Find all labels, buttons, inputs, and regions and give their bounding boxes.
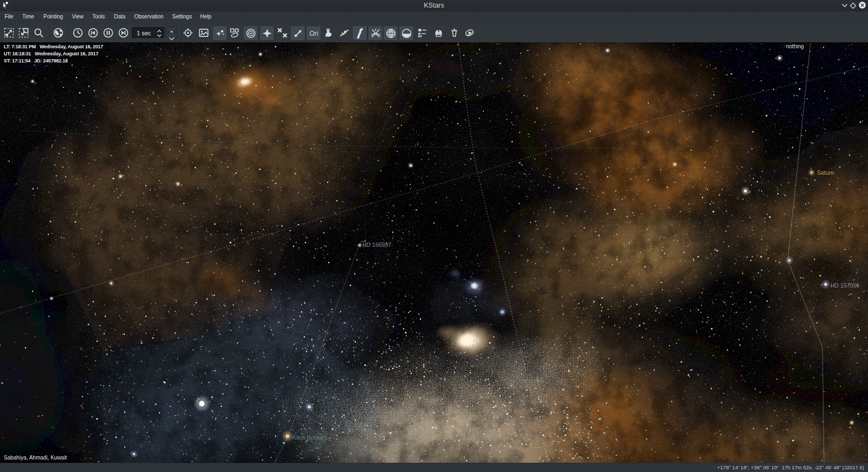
svg-text:HD 157056: HD 157056 bbox=[831, 282, 859, 289]
svg-text:Kaus Borealis: Kaus Borealis bbox=[292, 434, 328, 441]
svg-text:HD 166937: HD 166937 bbox=[362, 241, 391, 248]
svg-text:Saturn: Saturn bbox=[817, 169, 834, 176]
svg-text:Ori: Ori bbox=[309, 30, 318, 37]
